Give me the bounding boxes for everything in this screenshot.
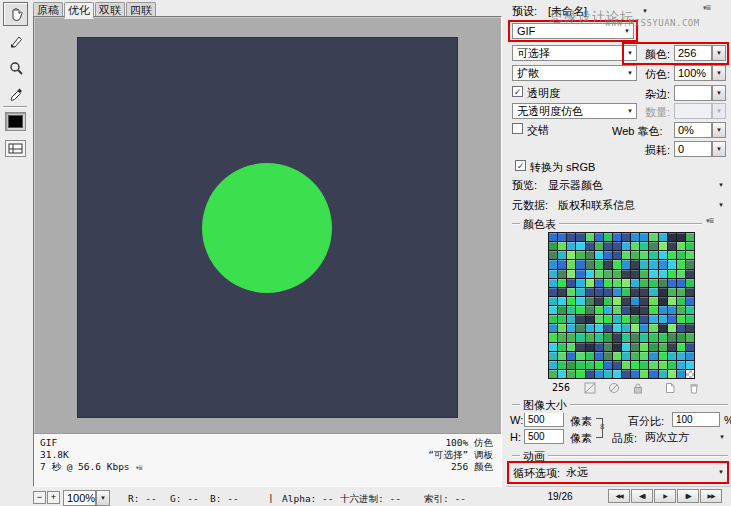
color-swatch[interactable] [631,352,639,360]
color-swatch[interactable] [640,306,648,314]
color-swatch[interactable] [558,297,566,305]
color-swatch[interactable] [595,288,603,296]
color-swatch[interactable] [668,233,676,241]
color-swatch[interactable] [576,324,584,332]
color-swatch[interactable] [586,333,594,341]
color-swatch[interactable] [604,333,612,341]
color-swatch[interactable] [659,242,667,250]
color-swatch[interactable] [631,242,639,250]
color-swatch[interactable] [576,343,584,351]
color-swatch[interactable] [595,251,603,259]
new-color-icon[interactable] [662,381,677,394]
color-swatch[interactable] [649,361,657,369]
delete-color-icon[interactable] [686,381,701,394]
color-swatch[interactable] [622,352,630,360]
color-swatch[interactable] [604,361,612,369]
color-swatch[interactable] [640,279,648,287]
color-swatch[interactable] [677,279,685,287]
color-swatch[interactable] [668,306,676,314]
color-swatch[interactable] [567,315,575,323]
color-swatch[interactable] [549,242,557,250]
color-swatch[interactable] [586,270,594,278]
tab-optimized[interactable]: 优化 [64,2,94,18]
color-swatch[interactable] [558,324,566,332]
color-swatch[interactable] [649,370,657,378]
color-swatch[interactable] [668,352,676,360]
color-swatch[interactable] [649,251,657,259]
color-swatch[interactable] [649,233,657,241]
color-swatch[interactable] [567,242,575,250]
next-frame-button[interactable]: ▮▶ [677,489,699,503]
color-swatch[interactable] [586,370,594,378]
color-swatch[interactable] [677,251,685,259]
color-swatch[interactable] [567,343,575,351]
color-swatch[interactable] [549,233,557,241]
last-frame-button[interactable]: ▶▶ [700,489,722,503]
transparency-dither-dropdown[interactable]: 无透明度仿色▼ [512,103,637,119]
color-swatch[interactable] [622,343,630,351]
color-swatch[interactable] [613,260,621,268]
loop-options-dropdown[interactable]: 永远▼ [566,465,726,479]
color-swatch[interactable] [686,315,694,323]
eyedropper-tool[interactable] [3,82,28,106]
color-swatch[interactable] [595,297,603,305]
colors-dropdown-button[interactable]: ▼ [712,45,726,61]
color-swatch[interactable] [586,297,594,305]
color-swatch[interactable] [604,343,612,351]
color-swatch[interactable] [649,333,657,341]
color-swatch[interactable] [649,315,657,323]
color-swatch[interactable] [631,270,639,278]
zoom-out-button[interactable]: − [33,491,46,504]
color-swatch[interactable] [686,324,694,332]
color-swatch[interactable] [549,324,557,332]
color-swatch[interactable] [595,333,603,341]
preview-dropdown[interactable]: 显示器颜色▼ [548,178,726,192]
color-swatch[interactable] [649,279,657,287]
color-swatch[interactable] [613,333,621,341]
color-swatch[interactable] [576,251,584,259]
color-swatch[interactable] [631,361,639,369]
color-swatch[interactable] [558,233,566,241]
color-swatch[interactable] [622,251,630,259]
zoom-level-value[interactable]: 100% [63,490,96,506]
dither-dropdown-button[interactable]: ▼ [712,65,726,81]
color-swatch[interactable] [604,297,612,305]
color-swatch[interactable] [595,306,603,314]
tab-2up[interactable]: 双联 [95,2,125,17]
color-swatch[interactable] [677,306,685,314]
color-swatch[interactable] [659,251,667,259]
color-swatch[interactable] [659,270,667,278]
link-dimensions-icon[interactable]: 8 [600,422,604,431]
color-swatch[interactable] [558,352,566,360]
color-swatch[interactable] [640,333,648,341]
color-swatch[interactable] [649,324,657,332]
color-swatch[interactable] [567,279,575,287]
color-swatch[interactable] [567,361,575,369]
color-swatch[interactable] [622,270,630,278]
color-swatch[interactable] [640,361,648,369]
color-swatch[interactable] [604,260,612,268]
color-swatch[interactable] [659,352,667,360]
color-swatch[interactable] [595,352,603,360]
color-swatch[interactable] [586,279,594,287]
color-swatch[interactable] [686,270,694,278]
color-swatch[interactable] [567,297,575,305]
color-swatch[interactable] [668,361,676,369]
color-swatch[interactable] [549,306,557,314]
eyedropper-color-well[interactable] [5,112,26,131]
color-swatch[interactable] [558,370,566,378]
color-swatch[interactable] [622,288,630,296]
color-swatch[interactable] [595,242,603,250]
color-swatch[interactable] [576,270,584,278]
color-swatch[interactable] [668,315,676,323]
color-swatch[interactable] [640,352,648,360]
color-swatch[interactable] [640,270,648,278]
color-swatch[interactable] [567,324,575,332]
srgb-checkbox[interactable]: ✓ [515,160,526,171]
download-speed-menu-icon[interactable]: ▾≣ [135,464,141,472]
color-swatch[interactable] [586,343,594,351]
color-swatch[interactable] [677,288,685,296]
color-swatch[interactable] [549,260,557,268]
color-swatch[interactable] [686,297,694,305]
color-swatch[interactable] [659,279,667,287]
